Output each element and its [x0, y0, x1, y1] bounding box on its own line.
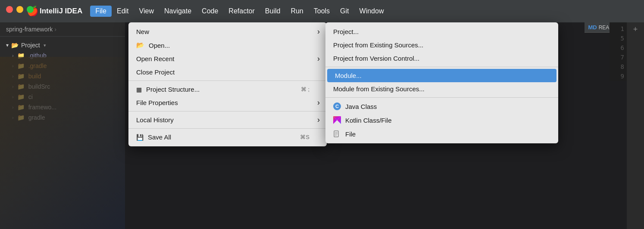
sidebar: spring-framework › ▾ 📂 Project ▾ › 📁 .gi…	[0, 22, 125, 229]
submenu-item-kotlin-class[interactable]: Kotlin Class/File	[325, 113, 558, 127]
line-number: 6	[610, 43, 624, 53]
shortcut-label: ⌘S	[300, 134, 319, 140]
line-number: 1	[610, 24, 624, 34]
java-class-icon: C	[333, 102, 341, 110]
menu-build[interactable]: Build	[260, 6, 286, 17]
line-numbers: 1 5 6 7 8 9	[610, 22, 627, 81]
submenu-item-file[interactable]: File	[325, 127, 558, 141]
menu-item-label: Close Project	[136, 68, 175, 76]
sidebar-background	[0, 57, 125, 229]
menu-item-new[interactable]: New	[128, 25, 327, 38]
line-number: 8	[610, 62, 624, 71]
save-icon: 💾	[136, 134, 144, 141]
tree-arrow: ▾	[6, 42, 9, 48]
menubar: 🍎 IntelliJ IDEA File Edit View Navigate …	[0, 0, 644, 22]
minimize-button[interactable]	[16, 6, 23, 13]
tree-folder-icon: 📂	[11, 42, 19, 49]
menu-item-open[interactable]: 📂 Open...	[128, 38, 327, 52]
grid-icon: ▦	[136, 86, 142, 93]
window-controls	[6, 6, 34, 13]
submenu-item-java-class[interactable]: C Java Class	[325, 99, 558, 113]
menu-item-label: File	[345, 130, 356, 138]
submenu-item-project-existing[interactable]: Project from Existing Sources...	[325, 38, 558, 52]
line-number: 9	[610, 71, 624, 81]
menu-item-open-recent[interactable]: Open Recent	[128, 52, 327, 65]
right-gutter: +	[627, 22, 644, 229]
menu-git[interactable]: Git	[335, 6, 354, 17]
submenu-item-module-existing[interactable]: Module from Existing Sources...	[325, 82, 558, 96]
submenu-divider-2	[325, 97, 558, 98]
menu-item-label: Project...	[333, 28, 359, 35]
menu-item-local-history[interactable]: Local History	[128, 113, 327, 127]
menu-item-close-project[interactable]: Close Project	[128, 65, 327, 79]
menu-tools[interactable]: Tools	[309, 6, 335, 17]
tree-header: ▾ 📂 Project ▾	[0, 40, 125, 50]
menu-code[interactable]: Code	[197, 6, 223, 17]
menu-navigate[interactable]: Navigate	[159, 6, 197, 17]
menu-window[interactable]: Window	[354, 6, 389, 17]
tree-dropdown-icon: ▾	[44, 43, 46, 48]
gutter-add-icon[interactable]: +	[633, 25, 638, 34]
line-number: 7	[610, 53, 624, 62]
submenu-item-project-vcs[interactable]: Project from Version Control...	[325, 52, 558, 65]
menu-view[interactable]: View	[134, 6, 159, 17]
file-menu-dropdown: New 📂 Open... Open Recent Close Project …	[128, 22, 327, 146]
menu-item-save-all[interactable]: 💾 Save All ⌘S	[128, 130, 327, 144]
menu-item-label: Module from Existing Sources...	[333, 85, 425, 93]
menu-item-label: Project from Version Control...	[333, 55, 419, 62]
menu-item-label: Local History	[136, 116, 174, 124]
menu-item-project-structure[interactable]: ▦ Project Structure... ⌘ ;	[128, 83, 327, 96]
folder-open-icon: 📂	[136, 41, 144, 49]
breadcrumb: spring-framework ›	[0, 22, 125, 37]
kotlin-class-icon	[333, 116, 341, 124]
menu-item-label: File Properties	[136, 99, 178, 106]
line-number: 5	[610, 34, 624, 43]
menu-item-label: Java Class	[345, 103, 377, 110]
close-button[interactable]	[6, 6, 13, 13]
maximize-button[interactable]	[27, 6, 34, 13]
menu-file[interactable]: File	[90, 6, 112, 17]
menu-divider-2	[128, 111, 327, 111]
menu-item-label: Open Recent	[136, 55, 174, 62]
menu-item-label: Kotlin Class/File	[345, 117, 392, 124]
submenu-item-project[interactable]: Project...	[325, 25, 558, 38]
menu-divider-3	[128, 128, 327, 129]
menu-item-file-properties[interactable]: File Properties	[128, 96, 327, 109]
menu-edit[interactable]: Edit	[112, 6, 134, 17]
shortcut-label: ⌘ ;	[301, 86, 319, 93]
submenu-item-module[interactable]: Module...	[327, 69, 556, 82]
tree-label: Project	[21, 42, 40, 49]
file-type-icon: MD	[588, 24, 597, 31]
new-submenu: Project... Project from Existing Sources…	[325, 22, 558, 143]
breadcrumb-separator: ›	[54, 26, 56, 33]
menu-item-label: Open...	[149, 42, 170, 49]
menu-item-label: Project Structure...	[146, 86, 200, 93]
menu-run[interactable]: Run	[285, 6, 308, 17]
menu-divider-1	[128, 80, 327, 81]
file-icon	[333, 130, 341, 138]
menu-item-label: New	[136, 28, 149, 35]
breadcrumb-label: spring-framework	[6, 26, 53, 33]
menu-item-label: Module...	[335, 72, 362, 79]
submenu-divider-1	[325, 67, 558, 67]
menu-refactor[interactable]: Refactor	[223, 6, 259, 17]
menu-item-label: Save All	[148, 133, 171, 141]
menu-item-label: Project from Existing Sources...	[333, 41, 423, 49]
app-name: IntelliJ IDEA	[40, 7, 82, 15]
